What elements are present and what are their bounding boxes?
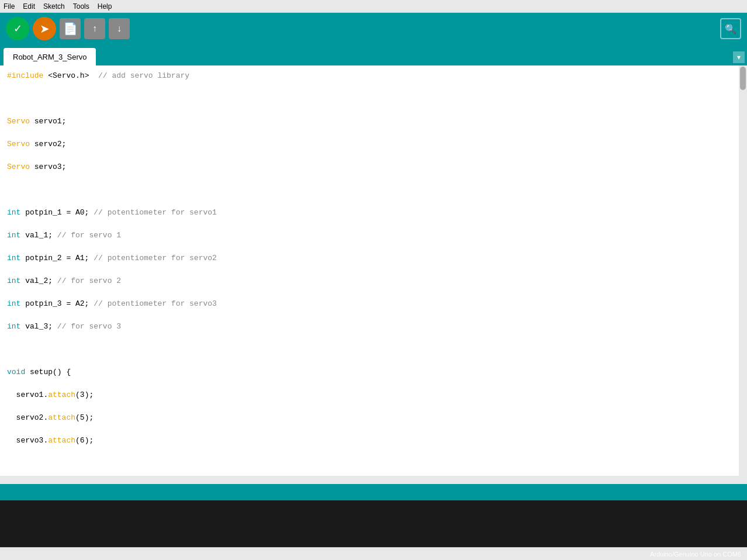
- new-button[interactable]: 📄: [60, 18, 81, 39]
- menu-edit[interactable]: Edit: [23, 2, 35, 11]
- editor-container: #include <Servo.h> // add servo library …: [0, 65, 747, 484]
- scrollbar-thumb[interactable]: [740, 67, 746, 90]
- tab-dropdown-button[interactable]: ▾: [733, 51, 745, 63]
- sketch-tab[interactable]: Robot_ARM_3_Servo: [4, 48, 96, 65]
- upload-button[interactable]: ➤: [33, 17, 56, 40]
- horizontal-scrollbar[interactable]: [0, 476, 739, 484]
- menu-sketch[interactable]: Sketch: [43, 2, 65, 11]
- menu-help[interactable]: Help: [98, 2, 112, 11]
- console-area: [0, 500, 747, 547]
- board-info-label: Arduino/Genuino Uno on COM6: [650, 551, 741, 558]
- menu-bar: File Edit Sketch Tools Help: [0, 0, 747, 13]
- tab-label: Robot_ARM_3_Servo: [13, 53, 87, 61]
- verify-button[interactable]: ✓: [6, 17, 29, 40]
- bottom-bar: [0, 484, 747, 500]
- save-button[interactable]: ↓: [109, 18, 130, 39]
- search-button[interactable]: 🔍: [720, 18, 741, 39]
- toolbar: ✓ ➤ 📄 ↑ ↓ 🔍: [0, 13, 747, 44]
- menu-file[interactable]: File: [4, 2, 15, 11]
- tab-bar: Robot_ARM_3_Servo ▾: [0, 44, 747, 65]
- open-button[interactable]: ↑: [84, 18, 105, 39]
- code-area[interactable]: #include <Servo.h> // add servo library …: [0, 65, 747, 484]
- status-bar: Arduino/Genuino Uno on COM6: [0, 547, 747, 560]
- vertical-scrollbar[interactable]: [739, 65, 747, 484]
- menu-tools[interactable]: Tools: [73, 2, 89, 11]
